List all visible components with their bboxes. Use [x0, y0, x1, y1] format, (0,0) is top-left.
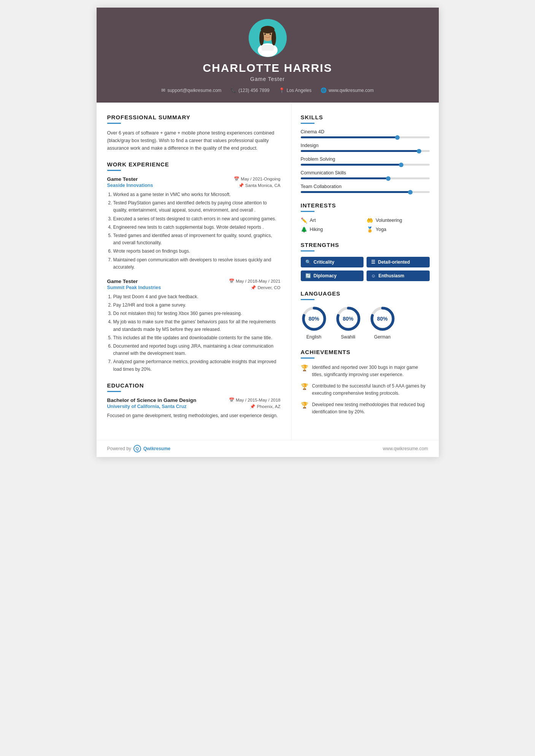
job-1-date: 📅 May / 2021-Ongoing: [234, 176, 280, 182]
interests-section: INTERESTS ✏️ Art 🤲 Volunteering 🌲 Hiking: [301, 202, 430, 232]
lang-english-label: English: [301, 334, 327, 340]
hiking-icon: 🌲: [301, 226, 307, 232]
job-2-company: Summit Peak Industries: [107, 285, 161, 290]
achievements-title: ACHIEVEMENTS: [301, 349, 430, 355]
lang-english: 80% English: [301, 305, 327, 340]
bullet: Tested PlayStation games and identified …: [113, 199, 281, 214]
languages-divider: [301, 299, 314, 300]
pin-icon-1: 📌: [238, 183, 244, 188]
calendar-icon-2: 📅: [229, 278, 234, 284]
skill-4-dot: [386, 176, 391, 181]
achievement-3: 🏆 Developed new testing methodologies th…: [301, 401, 430, 415]
skill-4: Communication Skills: [301, 170, 430, 179]
skill-1-dot: [395, 135, 400, 140]
skill-4-name: Communication Skills: [301, 170, 430, 176]
art-icon: ✏️: [301, 217, 307, 223]
languages-row: 80% English 80% Swahili: [301, 305, 430, 340]
lang-english-circle: 80%: [301, 305, 327, 332]
skill-3-bar: [301, 164, 430, 166]
bullet: Executed a series of tests designed to c…: [113, 215, 281, 223]
strengths-grid: 🔍 Criticality ☰ Detail-oriented 🔄 Diplom…: [301, 257, 430, 281]
left-column: PROFESSIONAL SUMMARY Over 6 years of sof…: [97, 103, 292, 440]
education-section: EDUCATION Bachelor of Science in Game De…: [107, 382, 281, 419]
skill-2-dot: [417, 149, 421, 153]
interests-title: INTERESTS: [301, 202, 430, 209]
skills-section: SKILLS Cinema 4D Indesign: [301, 114, 430, 193]
skill-5-dot: [408, 190, 413, 195]
contact-email: ✉ support@qwikresume.com: [161, 87, 221, 93]
location-icon: 📍: [279, 87, 285, 93]
footer-brand: Qwikresume: [143, 446, 170, 451]
bullet: Tested games and identified areas of imp…: [113, 232, 281, 247]
strengths-divider: [301, 250, 314, 251]
job-1-company: Seaside Innovations: [107, 183, 153, 188]
skill-2-fill: [301, 150, 419, 152]
svg-point-4: [259, 30, 264, 46]
skill-2-name: Indesign: [301, 143, 430, 148]
powered-by-label: Powered by: [107, 446, 131, 451]
skill-4-bar: [301, 177, 430, 179]
summary-divider: [107, 123, 121, 124]
strength-diplomacy: 🔄 Diplomacy: [301, 270, 364, 281]
yoga-icon: 🏅: [367, 226, 373, 232]
summary-section: PROFESSIONAL SUMMARY Over 6 years of sof…: [107, 114, 281, 152]
skill-4-fill: [301, 177, 389, 179]
lang-swahili-label: Swahili: [335, 334, 362, 340]
bullet: My job was to make sure that the games' …: [113, 318, 281, 333]
skill-2-bar: [301, 150, 430, 152]
qwik-logo-icon: Q: [133, 445, 141, 452]
interest-hike-label: Hiking: [310, 227, 323, 232]
languages-section: LANGUAGES 80% English: [301, 290, 430, 340]
skill-1-fill: [301, 136, 397, 138]
lang-german: 80% German: [369, 305, 396, 340]
skills-divider: [301, 123, 314, 124]
job-1-location: 📌 Santa Monica, CA: [238, 183, 281, 188]
edu-description: Focused on game development, testing met…: [107, 412, 281, 419]
achievement-2: 🏆 Contributed to the successful launch o…: [301, 383, 430, 397]
skill-5-fill: [301, 191, 410, 193]
bullet: Do not mistaken this) for testing Xbox 3…: [113, 310, 281, 317]
main-content: PROFESSIONAL SUMMARY Over 6 years of sof…: [97, 103, 439, 440]
job-1-header: Game Tester 📅 May / 2021-Ongoing: [107, 176, 281, 182]
footer-powered-by: Powered by Q Qwikresume: [107, 445, 171, 452]
lang-swahili-circle: 80%: [335, 305, 362, 332]
job-2-sub: Summit Peak Industries 📌 Denver, CO: [107, 285, 281, 290]
achievements-section: ACHIEVEMENTS 🏆 Identified and reported o…: [301, 349, 430, 416]
job-1-sub: Seaside Innovations 📌 Santa Monica, CA: [107, 183, 281, 188]
right-column: SKILLS Cinema 4D Indesign: [292, 103, 439, 440]
interest-art: ✏️ Art: [301, 217, 364, 223]
summary-text: Over 6 years of software + game + mobile…: [107, 129, 281, 152]
interest-hiking: 🌲 Hiking: [301, 226, 364, 232]
strengths-title: STRENGTHS: [301, 242, 430, 248]
edu-sub: University of California, Santa Cruz 📌 P…: [107, 404, 281, 409]
lang-german-pct: 80%: [377, 316, 387, 322]
job-2-title: Game Tester: [107, 278, 138, 284]
header-title: Game Tester: [104, 76, 431, 82]
skills-title: SKILLS: [301, 114, 430, 120]
skill-1-name: Cinema 4D: [301, 129, 430, 134]
achievement-icon-2: 🏆: [301, 383, 308, 390]
bullet: This includes all the title updates and …: [113, 334, 281, 342]
work-experience-section: WORK EXPERIENCE Game Tester 📅 May / 2021…: [107, 161, 281, 373]
volunteering-icon: 🤲: [367, 217, 373, 223]
edu-header: Bachelor of Science in Game Design 📅 May…: [107, 397, 281, 403]
skill-3-fill: [301, 164, 401, 166]
interest-yoga: 🏅 Yoga: [367, 226, 430, 232]
work-title: WORK EXPERIENCE: [107, 161, 281, 168]
achievement-icon-3: 🏆: [301, 402, 308, 409]
lang-english-pct: 80%: [308, 316, 319, 322]
header-name: CHARLOTTE HARRIS: [104, 62, 431, 74]
calendar-icon-1: 📅: [234, 176, 239, 182]
skill-3: Problem Solving: [301, 157, 430, 166]
work-divider: [107, 170, 121, 171]
pin-icon-2: 📌: [251, 285, 256, 290]
edu-item-1: Bachelor of Science in Game Design 📅 May…: [107, 397, 281, 419]
email-icon: ✉: [161, 87, 165, 93]
lang-german-label: German: [369, 334, 396, 340]
phone-icon: 📞: [230, 87, 237, 93]
interest-art-label: Art: [310, 218, 316, 223]
contact-phone: 📞 (123) 456 7899: [230, 87, 269, 93]
detail-icon: ☰: [371, 259, 375, 265]
criticality-icon: 🔍: [305, 259, 311, 265]
skill-3-name: Problem Solving: [301, 157, 430, 162]
